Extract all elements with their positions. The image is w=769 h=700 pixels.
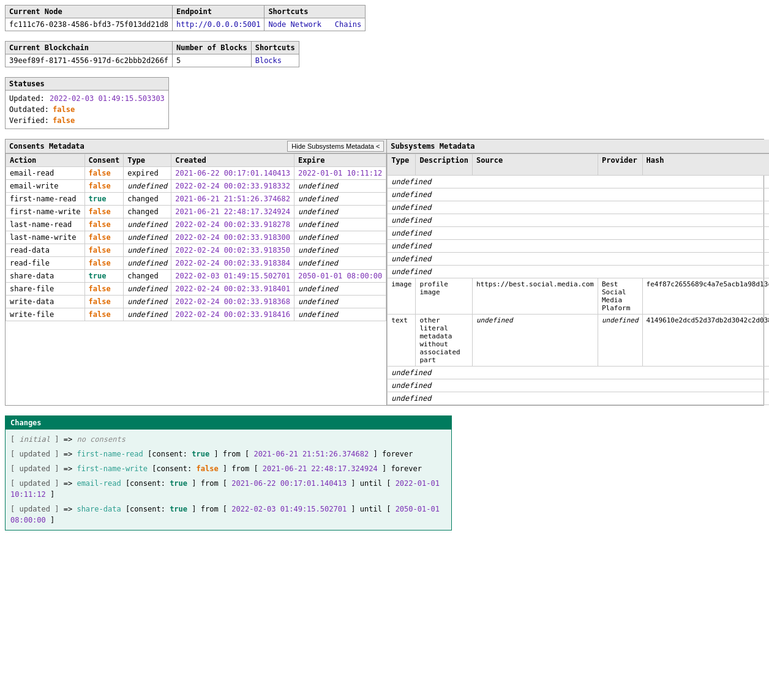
no-consents: no consents — [77, 435, 125, 444]
arrow: => — [64, 435, 72, 444]
subsystem-empty-row: undefined — [388, 176, 769, 188]
change-tag: updated — [19, 479, 50, 488]
change-from-date: 2021-06-22 00:17:01.140413 — [231, 479, 347, 488]
blockchain-section: Current Blockchain Number of Blocks Shor… — [5, 41, 764, 67]
subsystem-undefined-cell: undefined — [388, 214, 769, 227]
subsystem-undefined-cell: undefined — [388, 227, 769, 240]
change-row: [ updated ] => share-data [consent: true… — [10, 502, 446, 527]
change-from-date: 2021-06-21 22:48:17.324924 — [263, 464, 378, 473]
consent-expire: undefined — [294, 283, 386, 296]
subsystem-empty-row: undefined — [388, 188, 769, 201]
consent-value: false — [84, 206, 124, 218]
consent-expire: undefined — [294, 296, 386, 308]
consent-expire: undefined — [294, 193, 386, 206]
subsystem-undefined-cell: undefined — [388, 201, 769, 214]
consent-action: share-data — [6, 270, 85, 283]
consent-row: email-writefalseundefined2022-02-24 00:0… — [6, 180, 386, 193]
change-tag: updated — [19, 450, 50, 458]
change-from-date: 2022-02-03 01:49:15.502701 — [231, 505, 347, 513]
subsystem-empty-row: undefined — [388, 240, 769, 253]
consent-created: 2022-02-24 00:02:33.918278 — [171, 218, 294, 231]
blocks-link[interactable]: Blocks — [255, 56, 282, 65]
subsystem-cell: undefined — [472, 315, 598, 367]
consent-created: 2022-02-24 00:02:33.918350 — [171, 244, 294, 257]
subsystem-cell: other literal metadata without associate… — [416, 315, 472, 367]
arrow: => — [64, 479, 77, 488]
consent-row: last-name-readfalseundefined2022-02-24 0… — [6, 218, 386, 231]
change-row: [ updated ] => email-read [consent: true… — [10, 476, 446, 502]
sub-hash-header: Hash — [642, 154, 769, 176]
updated-value: 2022-02-03 01:49:15.503303 — [50, 94, 165, 103]
consent-created: 2022-02-24 00:02:33.918300 — [171, 231, 294, 244]
consent-type: undefined — [124, 257, 171, 270]
verified-row: Verified: false — [9, 115, 165, 126]
updated-label: Updated: — [9, 94, 46, 103]
consent-row: first-name-writefalsechanged2021-06-21 2… — [6, 206, 386, 218]
change-row: [ updated ] => first-name-read [consent:… — [10, 447, 446, 461]
node-table: Current Node Endpoint Shortcuts fc111c76… — [5, 5, 366, 31]
subsystem-undefined-cell: undefined — [388, 379, 769, 392]
blockchain-id: 39eef89f-8171-4556-917d-6c2bbb2d266f — [6, 54, 173, 67]
statuses-title: Statuses — [6, 78, 168, 91]
bracket-open: [ — [10, 435, 19, 444]
arrow: => — [64, 505, 77, 513]
subsystem-row: imageprofile imagehttps://best.social.me… — [388, 278, 769, 315]
consent-expire: 2022-01-01 10:11:12 — [294, 167, 386, 180]
consent-value: true — [84, 270, 124, 283]
num-blocks-value: 5 — [173, 54, 252, 67]
consent-row: share-filefalseundefined2022-02-24 00:02… — [6, 283, 386, 296]
bracket-open: [ — [10, 464, 19, 473]
subsystems-right-panel: Subsystems Metadata Type Description Sou… — [387, 140, 769, 405]
blockchain-header: Current Blockchain — [6, 42, 173, 54]
consent-row: first-name-readtruechanged2021-06-21 21:… — [6, 193, 386, 206]
change-consent: true — [170, 505, 187, 513]
subsystem-undefined-cell: undefined — [388, 266, 769, 278]
bracket-close: ] — [50, 464, 59, 473]
consent-action: share-file — [6, 283, 85, 296]
numblocks-header: Number of Blocks — [173, 42, 252, 54]
consent-type: changed — [124, 270, 171, 283]
subsystem-empty-row: undefined — [388, 227, 769, 240]
subsystem-cell: image — [388, 278, 416, 315]
consent-expire: undefined — [294, 218, 386, 231]
consent-action: email-read — [6, 167, 85, 180]
node-network-link[interactable]: Node Network — [268, 20, 321, 29]
subsystem-cell: fe4f87c2655689c4a7e5acb1a98d13c8067229 8… — [642, 278, 769, 315]
bracket-open: [ — [10, 479, 19, 488]
consent-expire: 2050-01-01 08:00:00 — [294, 270, 386, 283]
hide-subsystems-button[interactable]: Hide Subsystems Metadata < — [287, 141, 384, 152]
consent-created: 2021-06-21 21:51:26.374682 — [171, 193, 294, 206]
subsystem-cell: 4149610e2dcd52d37db2d3042c2d03846b7484d6… — [642, 315, 769, 367]
blockchain-table: Current Blockchain Number of Blocks Shor… — [5, 41, 299, 67]
consent-expire: undefined — [294, 244, 386, 257]
consent-type: changed — [124, 206, 171, 218]
subsystem-undefined-cell: undefined — [388, 176, 769, 188]
subsystem-undefined-cell: undefined — [388, 367, 769, 379]
consent-value: false — [84, 257, 124, 270]
consent-row: last-name-writefalseundefined2022-02-24 … — [6, 231, 386, 244]
bracket-open: [ — [10, 450, 19, 458]
endpoint-link[interactable]: http://0.0.0.0:5001 — [176, 20, 260, 29]
created-header: Created — [171, 154, 294, 167]
consent-row: share-datatruechanged2022-02-03 01:49:15… — [6, 270, 386, 283]
outdated-row: Outdated: false — [9, 104, 165, 115]
consent-expire: undefined — [294, 180, 386, 193]
change-tag: initial — [19, 435, 50, 444]
consent-type: changed — [124, 193, 171, 206]
change-consent: true — [170, 479, 187, 488]
node-section: Current Node Endpoint Shortcuts fc111c76… — [5, 5, 764, 31]
consent-row: read-filefalseundefined2022-02-24 00:02:… — [6, 257, 386, 270]
consent-action: first-name-read — [6, 193, 85, 206]
subsystem-row: textother literal metadata without assoc… — [388, 315, 769, 367]
updated-row: Updated: 2022-02-03 01:49:15.503303 — [9, 93, 165, 104]
chains-link[interactable]: Chains — [335, 20, 361, 29]
shortcuts-header: Shortcuts — [264, 6, 366, 18]
sub-description-header: Description — [416, 154, 472, 176]
action-header: Action — [6, 154, 85, 167]
subsystem-undefined-cell: undefined — [388, 392, 769, 405]
consent-row: write-datafalseundefined2022-02-24 00:02… — [6, 296, 386, 308]
sub-provider-header: Provider — [598, 154, 643, 176]
subsystem-undefined-cell: undefined — [388, 253, 769, 266]
blockchain-shortcuts-header: Shortcuts — [251, 42, 299, 54]
blocks-link-cell: Blocks — [251, 54, 299, 67]
